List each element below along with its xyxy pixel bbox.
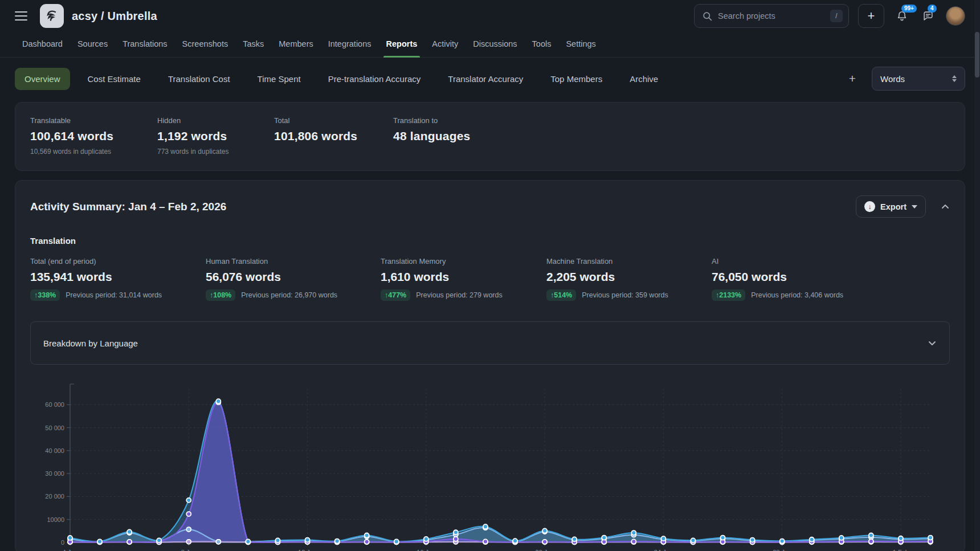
stat-total: Total 101,806 words — [274, 116, 393, 156]
stat-value: 48 languages — [393, 129, 950, 143]
search-input[interactable] — [718, 11, 830, 21]
svg-text:30 000: 30 000 — [45, 470, 64, 477]
subtab-pretranslation-accuracy[interactable]: Pre-translation Accuracy — [318, 68, 431, 90]
page-scrollbar[interactable] — [974, 0, 980, 551]
svg-text:20 000: 20 000 — [45, 493, 64, 500]
stat-label: Hidden — [157, 116, 274, 125]
stat-note: 10,569 words in duplicates — [30, 148, 157, 156]
export-label: Export — [880, 202, 906, 211]
caret-down-icon — [912, 205, 917, 209]
messages-badge: 4 — [928, 5, 937, 13]
add-report-button[interactable]: + — [842, 70, 863, 88]
activity-chart-svg[interactable]: 01000020 00030 00040 00050 00060 0004 Ja… — [30, 379, 951, 551]
activity-chart[interactable]: 01000020 00030 00040 00050 00060 0004 Ja… — [30, 379, 950, 551]
stat-value: 56,076 words — [206, 270, 381, 284]
stat-label: Translation Memory — [381, 257, 546, 266]
previous-period: Previous period: 359 words — [582, 291, 668, 299]
search-icon — [703, 11, 712, 21]
svg-text:40 000: 40 000 — [45, 447, 64, 454]
change-badge: ↑2133% — [712, 289, 745, 301]
stat-translatable: Translatable 100,614 words 10,569 words … — [30, 116, 157, 156]
main-nav: Dashboard Sources Translations Screensho… — [0, 32, 980, 58]
tab-integrations[interactable]: Integrations — [321, 32, 379, 57]
tab-discussions[interactable]: Discussions — [466, 32, 524, 57]
stat-value: 101,806 words — [274, 129, 393, 143]
breakdown-label: Breakdown by Language — [43, 338, 138, 348]
svg-text:4 Jan: 4 Jan — [63, 549, 78, 551]
tab-translations[interactable]: Translations — [115, 32, 174, 57]
collapse-section-button[interactable] — [941, 202, 950, 211]
svg-text:24 Jan: 24 Jan — [654, 549, 673, 551]
tab-activity[interactable]: Activity — [424, 32, 466, 57]
svg-text:0: 0 — [61, 539, 64, 546]
stat-total-end-of-period: Total (end of period) 135,941 words ↑338… — [30, 257, 206, 301]
project-logo[interactable] — [40, 4, 64, 28]
stat-translation-to: Translation to 48 languages — [393, 116, 950, 156]
tab-reports[interactable]: Reports — [379, 32, 425, 57]
svg-text:16 Jan: 16 Jan — [416, 549, 435, 551]
stat-value: 1,610 words — [381, 270, 546, 284]
stat-machine-translation: Machine Translation 2,205 words ↑514% Pr… — [546, 257, 712, 301]
svg-text:8 Jan: 8 Jan — [181, 549, 197, 551]
tab-sources[interactable]: Sources — [70, 32, 115, 57]
breakdown-by-language-panel[interactable]: Breakdown by Language — [30, 321, 950, 365]
subtab-translator-accuracy[interactable]: Translator Accuracy — [438, 68, 533, 90]
svg-text:20 Jan: 20 Jan — [536, 549, 554, 551]
svg-text:10000: 10000 — [47, 516, 64, 523]
tab-screenshots[interactable]: Screenshots — [175, 32, 236, 57]
stat-hidden: Hidden 1,192 words 773 words in duplicat… — [157, 116, 274, 156]
subtab-archive[interactable]: Archive — [620, 68, 668, 90]
svg-text:1 Feb: 1 Feb — [893, 549, 909, 551]
unit-select[interactable]: Words — [872, 67, 965, 91]
stat-value: 1,192 words — [157, 129, 274, 143]
reports-subnav: Overview Cost Estimate Translation Cost … — [0, 67, 980, 91]
stat-label: Total — [274, 116, 393, 125]
stat-value: 135,941 words — [30, 270, 206, 284]
word-summary-card: Translatable 100,614 words 10,569 words … — [15, 102, 965, 171]
stat-translation-memory: Translation Memory 1,610 words ↑477% Pre… — [381, 257, 546, 301]
unit-select-value: Words — [880, 74, 905, 84]
notifications-button[interactable]: 99+ — [893, 7, 910, 25]
stat-label: AI — [712, 257, 950, 266]
stat-human-translation: Human Translation 56,076 words ↑108% Pre… — [206, 257, 381, 301]
user-avatar[interactable] — [946, 6, 965, 26]
subtab-translation-cost[interactable]: Translation Cost — [158, 68, 240, 90]
change-badge: ↑108% — [206, 289, 235, 301]
chevron-up-icon — [941, 202, 950, 211]
tab-settings[interactable]: Settings — [558, 32, 603, 57]
top-bar: acsy / Umbrella / + 99+ 4 — [0, 0, 980, 32]
svg-text:12 Jan: 12 Jan — [298, 549, 317, 551]
change-badge: ↑477% — [381, 289, 410, 301]
stat-label: Translatable — [30, 116, 157, 125]
translation-section-title: Translation — [30, 236, 950, 246]
activity-title: Activity Summary: Jan 4 – Feb 2, 2026 — [30, 201, 226, 213]
svg-text:28 Jan: 28 Jan — [773, 549, 791, 551]
stat-label: Human Translation — [206, 257, 381, 266]
subtab-cost-estimate[interactable]: Cost Estimate — [78, 68, 150, 90]
translation-stats-row: Total (end of period) 135,941 words ↑338… — [30, 257, 950, 301]
search-box[interactable]: / — [694, 4, 849, 28]
subtab-top-members[interactable]: Top Members — [541, 68, 612, 90]
tab-tools[interactable]: Tools — [525, 32, 559, 57]
bird-logo-icon — [44, 8, 60, 24]
export-button[interactable]: Export — [856, 195, 926, 218]
previous-period: Previous period: 279 words — [416, 291, 502, 299]
previous-period: Previous period: 3,406 words — [751, 291, 843, 299]
select-arrows-icon — [952, 75, 957, 82]
tab-tasks[interactable]: Tasks — [235, 32, 271, 57]
download-icon — [864, 201, 875, 212]
notifications-badge: 99+ — [901, 5, 917, 13]
chevron-down-icon — [928, 338, 937, 348]
stat-note: 773 words in duplicates — [157, 148, 274, 156]
messages-button[interactable]: 4 — [920, 7, 937, 25]
page-title: acsy / Umbrella — [72, 10, 157, 23]
hamburger-menu-icon[interactable] — [15, 11, 27, 21]
change-badge: ↑338% — [30, 289, 60, 301]
subtab-time-spent[interactable]: Time Spent — [248, 68, 311, 90]
tab-members[interactable]: Members — [271, 32, 320, 57]
subtab-overview[interactable]: Overview — [15, 68, 70, 90]
tab-dashboard[interactable]: Dashboard — [15, 32, 70, 57]
create-project-button[interactable]: + — [858, 4, 884, 28]
svg-text:50 000: 50 000 — [45, 425, 64, 431]
scrollbar-thumb[interactable] — [975, 32, 979, 77]
